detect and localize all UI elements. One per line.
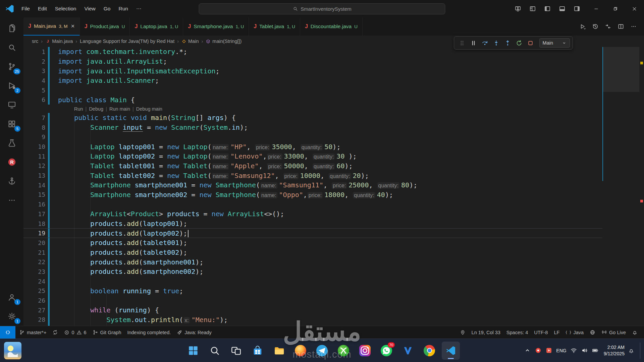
- show-desktop-button[interactable]: [640, 343, 643, 359]
- activity-source-control[interactable]: 25: [0, 57, 23, 76]
- breadcrumb-item[interactable]: JMain.java: [45, 39, 73, 44]
- menu-edit[interactable]: Edit: [34, 0, 51, 17]
- tab-Discountable.java[interactable]: JDiscountable.javaU: [300, 17, 363, 36]
- status-encoding[interactable]: UTF-8: [531, 326, 551, 339]
- codelens-link[interactable]: Debug main: [136, 106, 162, 112]
- activity-accounts[interactable]: 1: [0, 288, 23, 307]
- taskbar-xbox-button[interactable]: [334, 342, 353, 360]
- code-line[interactable]: 11 Laptop laptop002 = new Laptop(name:"L…: [23, 152, 602, 161]
- code-line[interactable]: 21 products.add(tablet002);: [23, 248, 602, 257]
- status-pin[interactable]: [457, 326, 469, 339]
- menu-selection[interactable]: Selection: [51, 0, 80, 17]
- tab-Smartphone.java[interactable]: JSmartphone.java1, U: [183, 17, 249, 36]
- debug-step-into-button[interactable]: [491, 38, 502, 48]
- menu-run[interactable]: Run: [114, 0, 132, 17]
- code-line[interactable]: 20 products.add(tablet001);: [23, 238, 602, 248]
- cast-button[interactable]: [511, 3, 525, 15]
- recorder-tray-icon[interactable]: [535, 347, 542, 354]
- close-button[interactable]: [625, 0, 644, 17]
- breadcrumb-item[interactable]: Main: [181, 39, 199, 44]
- taskbar-chrome-button[interactable]: [420, 342, 438, 360]
- status-remote-indicator[interactable]: [0, 326, 15, 339]
- code-line[interactable]: 26: [23, 296, 602, 305]
- breadcrumb-item[interactable]: Language Support for Java(TM) by Red Hat: [80, 39, 174, 44]
- activity-more[interactable]: [0, 191, 23, 210]
- tab-Main.java[interactable]: JMain.java3, M×: [23, 17, 80, 36]
- taskbar-clock[interactable]: 2:02 AM 9/12/2025: [604, 344, 625, 357]
- panel-left-button[interactable]: [540, 3, 554, 15]
- status-problems[interactable]: 06: [61, 326, 89, 339]
- debug-step-over-button[interactable]: [480, 38, 490, 48]
- widgets-button[interactable]: [4, 342, 21, 359]
- code-line[interactable]: 16: [23, 199, 602, 209]
- status-git-graph[interactable]: Git Graph: [90, 326, 124, 339]
- panel-bottom-button[interactable]: [555, 3, 569, 15]
- status-cursor-position[interactable]: Ln 19, Col 33: [469, 326, 503, 339]
- breadcrumb-item[interactable]: main(String[]): [206, 39, 241, 44]
- activity-extensions[interactable]: 5: [0, 114, 23, 133]
- status-go-live[interactable]: Go Live: [598, 326, 629, 339]
- taskbar-task-view-button[interactable]: [227, 342, 245, 360]
- activity-search[interactable]: [0, 38, 23, 57]
- taskbar-telegram-button[interactable]: [313, 342, 331, 360]
- menu-[interactable]: ⋯: [132, 0, 146, 17]
- menu-file[interactable]: File: [17, 0, 34, 17]
- code-area[interactable]: 1import com.techmart.inventory.*;2import…: [23, 47, 602, 326]
- taskbar-firefox-button[interactable]: [291, 342, 310, 360]
- code-line[interactable]: 5: [23, 85, 602, 95]
- run-action-button[interactable]: [577, 21, 588, 32]
- code-line[interactable]: 28 System.out.println(x:"Menu:");: [23, 315, 602, 325]
- status-language-mode[interactable]: { }Java: [562, 326, 587, 339]
- activity-settings[interactable]: 1: [0, 307, 23, 326]
- activity-testing[interactable]: [0, 133, 23, 153]
- tab-Laptop.java[interactable]: JLaptop.java1, U: [130, 17, 183, 36]
- code-line[interactable]: 23 products.add(smartphone002);: [23, 267, 602, 277]
- code-line[interactable]: 9: [23, 132, 602, 142]
- split-action-button[interactable]: [615, 21, 627, 32]
- debug-restart-button[interactable]: [514, 38, 525, 48]
- debug-stop-button[interactable]: [525, 38, 536, 48]
- status-eol[interactable]: LF: [551, 326, 562, 339]
- taskbar-search-button[interactable]: [206, 342, 224, 360]
- code-line[interactable]: 27 while (running) {: [23, 305, 602, 315]
- code-line[interactable]: 19 products.add(laptop002);: [23, 228, 602, 238]
- status-ports[interactable]: [587, 326, 598, 339]
- menu-view[interactable]: View: [80, 0, 99, 17]
- code-line[interactable]: 25 boolean running = true;: [23, 286, 602, 296]
- code-line[interactable]: 17 ArrayList<Product> products = new Arr…: [23, 209, 602, 219]
- code-line[interactable]: 14 Smartphone smartphone001 = new Smartp…: [23, 180, 602, 190]
- panel-right-button[interactable]: [570, 3, 584, 15]
- ellipsis-action-button[interactable]: [628, 21, 639, 32]
- menu-go[interactable]: Go: [100, 0, 115, 17]
- taskbar-instagram-button[interactable]: [356, 342, 374, 360]
- debug-grip-button[interactable]: [457, 38, 468, 48]
- status-indentation[interactable]: Spaces: 4: [503, 326, 531, 339]
- notification-bell-icon[interactable]: [628, 348, 634, 354]
- activity-anchor-extension[interactable]: [0, 172, 23, 191]
- taskbar-file-explorer-button[interactable]: [270, 342, 288, 360]
- code-line[interactable]: 12 Tablet tablet001 = new Tablet(name:"A…: [23, 161, 602, 171]
- activity-run-debug[interactable]: 2: [0, 76, 23, 95]
- minimap[interactable]: [602, 47, 639, 326]
- hidden-icons-chevron[interactable]: [524, 347, 531, 354]
- debug-config-dropdown[interactable]: Main: [539, 38, 570, 48]
- language-indicator[interactable]: ENG: [556, 348, 566, 353]
- code-line[interactable]: 22 products.add(smartphone001);: [23, 257, 602, 267]
- debug-pause-button[interactable]: [468, 38, 479, 48]
- taskbar-store-button[interactable]: [249, 342, 267, 360]
- tab-Tablet.java[interactable]: JTablet.java1, U: [249, 17, 300, 36]
- editor[interactable]: 1import com.techmart.inventory.*;2import…: [23, 47, 644, 326]
- status-branch[interactable]: master*+: [16, 326, 49, 339]
- status-sync[interactable]: [49, 326, 61, 339]
- command-center[interactable]: SmartInventorySystem: [199, 3, 445, 14]
- code-line[interactable]: 15 Smartphone smartphone002 = new Smartp…: [23, 190, 602, 200]
- taskbar-v-player-button[interactable]: [399, 342, 417, 360]
- code-line[interactable]: 10 Laptop laptop001 = new Laptop(name:"H…: [23, 142, 602, 152]
- codelens-link[interactable]: Run: [74, 106, 83, 112]
- taskbar-whatsapp-button[interactable]: 70: [377, 342, 395, 360]
- close-tab-icon[interactable]: ×: [71, 22, 75, 30]
- battery-icon[interactable]: [592, 347, 599, 354]
- code-line[interactable]: 24: [23, 277, 602, 286]
- volume-icon[interactable]: [581, 347, 588, 354]
- breadcrumb-item[interactable]: src: [32, 39, 38, 44]
